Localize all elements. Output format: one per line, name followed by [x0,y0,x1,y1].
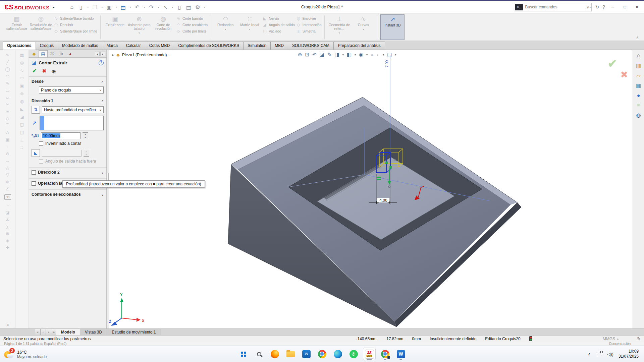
curves-button[interactable]: ∿ Curvas ▼ [351,14,375,31]
preview-eye-icon[interactable]: ◉ [52,68,56,74]
last-tab-icon[interactable]: » [51,329,57,335]
start-condition-select[interactable]: Plano de croquis ∨ [39,86,104,94]
dimension-height-label[interactable]: 7.00 [385,60,389,67]
dropdown-caret[interactable]: ▾ [87,6,89,9]
point-icon[interactable]: · [3,143,12,150]
propertymanager-tab[interactable]: ▤ [39,50,48,57]
rib-button[interactable]: ◣Nervio [262,16,295,21]
hole-wizard-icon[interactable]: ⊚ [18,90,26,97]
circle-icon[interactable]: ◯ [3,66,12,73]
shell-icon[interactable]: ▢ [18,121,26,128]
chevron-down-icon[interactable]: ▼ [327,31,351,35]
extrude-boss-button[interactable]: ▦ Extruir saliente/base [5,14,29,31]
mirror-entities-icon[interactable]: ↔ [3,157,12,164]
wrap-button[interactable]: ◎Envolver [296,16,322,21]
zoom-to-area-icon[interactable]: ⊡ [305,52,310,58]
chevron-down-icon[interactable]: ▾ [589,6,591,9]
appearance-icon[interactable]: ◈ [3,237,12,244]
ok-button[interactable]: ✔ [32,68,37,74]
3d-sketch-icon[interactable]: 3D [4,194,11,200]
home-icon[interactable]: ⌂ [68,4,75,10]
graphics-area[interactable]: 7.00 [109,50,633,328]
dropdown-caret[interactable]: ▾ [342,53,344,56]
section-view-icon[interactable]: ◔ [3,202,12,209]
tangent-arc-icon[interactable]: ⌒ [3,122,12,129]
sw-connected-icon[interactable]: ↻ [595,4,599,10]
expand-tree-icon[interactable]: ▸ [112,53,114,57]
next-tab-icon[interactable]: › [46,329,51,335]
view-settings-icon[interactable]: ▢ [387,52,392,58]
custom-properties-icon[interactable]: ≡ [637,102,640,108]
swept-boss-button[interactable]: ∿Saliente/Base barrido [54,16,97,21]
file-explorer-app[interactable] [284,348,297,360]
first-tab-icon[interactable]: « [35,329,41,335]
help-icon[interactable]: ? [99,60,104,65]
select-icon[interactable]: ↖ [162,4,169,10]
draft-angle-spinner[interactable]: ▲▼ [84,150,89,157]
arc-icon[interactable]: ◠ [3,73,12,80]
extrude-cut-button[interactable]: ▣ Extruir corte [103,14,127,27]
selection-filter-icon[interactable]: ▯ [176,4,183,10]
tab-preparacion-analisis[interactable]: Preparación del análisis [333,42,385,50]
depth-input[interactable]: 10.00mm [41,132,80,139]
close-button[interactable]: ✕ [633,5,641,9]
network-display-icon[interactable] [596,352,602,356]
section-direccion2[interactable]: Dirección 2 ∨ [29,167,106,176]
trim-entities-icon[interactable]: ✂ [3,101,12,108]
tab-simulation[interactable]: Simulation [243,42,271,50]
tab-modelo[interactable]: Modelo [56,329,80,335]
settings-gear-icon[interactable]: ⚙ [194,4,201,10]
instant-3d-button[interactable]: ↗ Instant 3D [380,14,405,40]
lofted-cut-button[interactable]: ◠Corte recubierto [176,22,208,27]
save-icon[interactable]: ▣ [106,4,112,10]
direccion2-checkbox[interactable] [32,170,36,175]
draft-icon[interactable]: ◢ [18,113,26,120]
collapse-toolbar-icon[interactable]: « [6,322,9,328]
tab-complementos-solidworks[interactable]: Complementos de SOLIDWORKS [174,42,244,50]
linear-pattern-button[interactable]: ∷ Matriz lineal ▼ [237,14,262,31]
extrude-cut-icon[interactable]: ▣ [18,82,26,89]
design-library-icon[interactable]: ▥ [636,62,641,69]
display-style-icon[interactable]: ◧ [347,52,352,58]
dimension-icon[interactable]: ⊕ [3,178,12,185]
volume-icon[interactable]: ◁)) [607,352,613,357]
direction-selection-box[interactable] [40,116,104,130]
tag-icon[interactable]: ✎ [637,336,641,341]
chevron-down-icon[interactable]: ▼ [237,27,262,31]
boundary-boss-button[interactable]: ◇Saliente/Base por límite [54,29,97,34]
configurationmanager-tab[interactable]: ⌘ [48,50,57,57]
units-selector[interactable]: MMGS ▴ [603,337,619,341]
pattern-icon[interactable]: ▽ [3,171,12,178]
drag-handle[interactable] [385,162,388,164]
convert-entities-icon[interactable]: ▣ [3,136,12,143]
print-icon[interactable]: ▤ [120,4,126,10]
draft-angle-input[interactable] [42,150,82,157]
zoom-to-fit-icon[interactable]: ⊕ [298,52,302,58]
linear-pattern-icon[interactable]: ∷ [18,144,26,151]
prev-tab-icon[interactable]: ‹ [40,329,46,335]
tray-expand-icon[interactable]: ∧ [588,352,591,356]
hide-show-items-icon[interactable]: ◉ [359,52,363,58]
chevron-down-icon[interactable]: ∨ [101,193,104,196]
smart-dimension-icon[interactable]: ✎ [3,52,12,59]
options-list-icon[interactable]: ▤ [185,4,192,10]
equations-icon[interactable]: ∑ [3,223,12,230]
tab-modelado-de-mallas[interactable]: Modelado de mallas [58,42,102,50]
new-document-icon[interactable]: ▯ [77,4,84,10]
operacion-lamina-checkbox[interactable] [32,181,36,186]
file-explorer-icon[interactable]: ▱ [636,72,640,79]
dropdown-caret[interactable]: ▾ [203,6,206,9]
chevron-down-icon[interactable]: ▼ [213,27,237,31]
rectangle-icon[interactable]: ▭ [3,87,12,94]
weather-widget[interactable]: 2 16°C Mayorm. soleado [0,349,47,359]
mirror-icon[interactable]: ◫ [18,129,26,136]
line-icon[interactable]: ╱ [3,59,12,66]
cancel-button[interactable]: ✖ [42,68,46,74]
section-direccion1[interactable]: Dirección 1 ∧ [29,96,106,105]
section-view-icon[interactable]: ◪ [320,52,324,58]
loft-icon[interactable]: ◠ [18,75,26,82]
angle-measure-icon[interactable]: ∡ [3,216,12,223]
revolved-cut-icon[interactable]: ◍ [18,98,26,105]
maximize-button[interactable]: □ [621,5,629,9]
chrome-profile-app[interactable] [379,348,391,360]
